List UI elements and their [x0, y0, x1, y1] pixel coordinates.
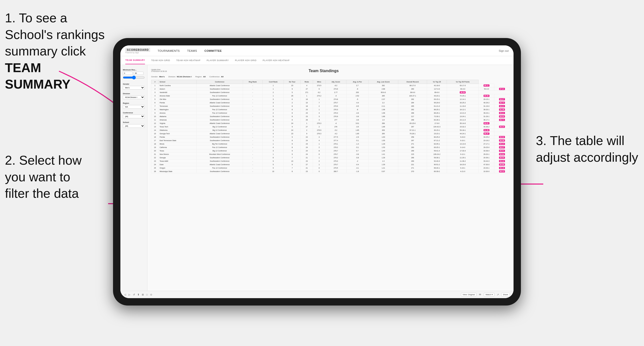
filter-division-select[interactable]: NCAA Division I NCAA Division II NCAA Di…	[123, 95, 145, 99]
table-cell: 7	[263, 136, 284, 139]
table-cell: 80.18	[494, 166, 510, 170]
table-cell: 2	[263, 91, 284, 94]
table-cell: 2	[263, 129, 284, 132]
table-cell: 12-14-1	[447, 98, 479, 101]
table-cell: 59-41-4	[427, 149, 447, 153]
table-cell: 17	[151, 139, 159, 142]
table-cell: New Mexico	[159, 153, 196, 156]
table-cell: 80.04	[494, 115, 510, 118]
toolbar-reload[interactable]: ↺	[133, 293, 135, 296]
filter-division: Division NCAA Division I NCAA Division I…	[123, 93, 145, 99]
table-cell: 0.7	[346, 149, 368, 153]
table-cell: 81.58	[479, 129, 494, 132]
table-cell: 2	[313, 160, 325, 163]
table-cell: 90-51-2	[427, 163, 447, 166]
table-cell: -6.2	[325, 84, 346, 87]
table-cell: 221	[398, 163, 427, 166]
table-cell: -	[243, 149, 263, 153]
tab-player-h2h-grid[interactable]: PLAYER H2H GRID	[235, 57, 256, 64]
table-cell: 35-14-0	[447, 122, 479, 125]
table-cell: 82-28-1	[427, 118, 447, 122]
col-avg-to-par: Avg. to Par	[346, 80, 368, 84]
table-cell: 1	[313, 163, 325, 166]
table-cell: 8	[263, 156, 284, 160]
table-cell: -2.9	[346, 136, 368, 139]
nav-tournaments[interactable]: TOURNAMENTS	[158, 46, 180, 55]
table-cell: 69-6-0	[427, 91, 447, 94]
table-cell: 24	[300, 153, 313, 156]
toolbar-forward[interactable]: ▷	[128, 293, 130, 296]
table-cell: 9	[284, 163, 300, 166]
table-cell: 80.02	[494, 136, 510, 139]
table-cell: Southeastern Conference	[196, 115, 243, 118]
table-cell: 3	[263, 149, 284, 153]
table-cell: 2	[313, 146, 325, 149]
table-cell: -5.1	[346, 139, 368, 142]
table-cell: Georgia	[159, 156, 196, 160]
filter-region-label: Region	[123, 102, 145, 104]
toolbar-add[interactable]: ⊞	[142, 293, 144, 296]
table-cell: 276.9	[313, 129, 325, 132]
tab-player-summary[interactable]: PLAYER SUMMARY	[207, 57, 229, 64]
table-cell: 4	[313, 139, 325, 142]
table-cell: 80.06	[494, 139, 510, 142]
table-cell: Mississippi State	[159, 170, 196, 173]
table-cell: 2	[284, 101, 300, 105]
tab-team-h2h-heatmap[interactable]: TEAM H2H HEATMAP	[176, 57, 200, 64]
table-cell: Pac-12 Conference	[196, 146, 243, 149]
table-cell: 9	[284, 153, 300, 156]
table-cell: 280.7	[325, 170, 346, 173]
table-cell: 277	[325, 118, 346, 122]
tab-team-summary[interactable]: TEAM SUMMARY	[125, 56, 145, 64]
filter-conference-label: Conference	[123, 112, 145, 114]
table-cell: -5.8	[346, 156, 368, 160]
filter-rounds-slider[interactable]	[123, 76, 145, 79]
sign-out-button[interactable]: Sign out	[499, 49, 508, 52]
toolbar-back[interactable]: ◁	[124, 293, 126, 296]
table-cell: 2.2	[368, 101, 398, 105]
toolbar-share-icon[interactable]: ⬆	[137, 293, 139, 296]
filter-region-select[interactable]: N/A All	[123, 105, 145, 109]
table-cell: Atlantic Coast Conference	[196, 163, 243, 166]
nav-committee[interactable]: COMMITTEE	[204, 46, 222, 55]
table-cell: 28	[300, 118, 313, 122]
filter-gender-select[interactable]: Men's Women's	[123, 86, 145, 90]
table-cell: California	[159, 146, 196, 149]
filter-min-input[interactable]	[123, 72, 133, 75]
table-cell: 267	[398, 125, 427, 129]
instruction-3: 3. The table will adjust accordingly	[536, 133, 639, 166]
table-cell: 18	[151, 142, 159, 146]
toolbar-bookmark[interactable]: □	[146, 293, 148, 296]
share-button[interactable]: Share	[501, 293, 510, 296]
view-original-button[interactable]: View: Original	[461, 293, 476, 296]
logo: SCOREBOARD Powered by clippi	[125, 48, 150, 53]
table-cell: 9-14-0	[447, 146, 479, 149]
table-cell: 19	[151, 146, 159, 149]
toolbar-clock[interactable]: ⊙	[150, 293, 152, 296]
table-cell: 86-25-1	[427, 108, 447, 111]
table-cell: 1	[263, 125, 284, 129]
watch-button[interactable]: Watch ▾	[484, 293, 494, 296]
filter-conference-select[interactable]: (All)	[123, 115, 145, 118]
tab-team-h2h-grid[interactable]: TEAM H2H GRID	[151, 57, 170, 64]
table-cell: 268	[368, 122, 398, 125]
table-cell: Atlantic Coast Conference	[196, 132, 243, 136]
filter-max-input[interactable]	[134, 72, 144, 75]
table-cell: 275.7	[325, 101, 346, 105]
table-cell: North Carolina	[159, 84, 196, 87]
table-cell: 10	[263, 170, 284, 173]
table-row: 9ArizonaPac-12 Conference-28234276.3-4.6…	[151, 111, 510, 115]
table-cell: 30-15-1	[427, 129, 447, 132]
filter-school-select[interactable]: (All)	[123, 124, 145, 128]
table-cell: 23-11-0	[447, 118, 479, 122]
tab-player-h2h-heatmap[interactable]: PLAYER H2H HEATMAP	[263, 57, 290, 64]
table-cell: 7	[313, 101, 325, 105]
table-cell: Southeastern Conference	[196, 170, 243, 173]
table-cell: 4-21-0	[447, 170, 479, 173]
table-cell: 273.6	[325, 87, 346, 91]
table-cell: 260	[398, 146, 427, 149]
table-cell: Pac-12 Conference	[196, 94, 243, 98]
table-cell: Atlantic Coast Conference	[196, 84, 243, 87]
nav-teams[interactable]: TEAMS	[187, 46, 197, 55]
table-cell: 276.3	[313, 132, 325, 136]
